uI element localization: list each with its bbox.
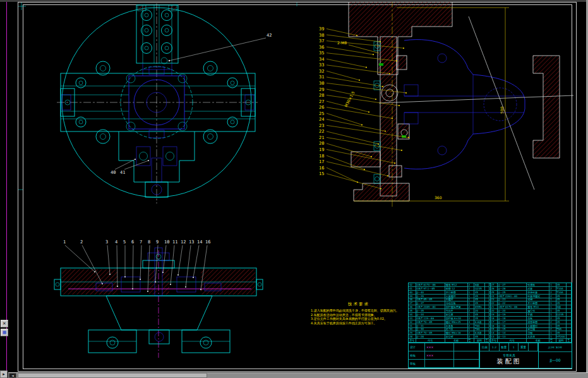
- scrollbar-thumb[interactable]: [18, 373, 207, 378]
- front-callout-number: 4: [115, 240, 117, 245]
- scroll-left-icon: ◄: [11, 374, 14, 377]
- horizontal-scrollbar[interactable]: ◄: [8, 372, 588, 378]
- side-callout-number: 39: [319, 27, 324, 32]
- sign-label: 审核: [409, 360, 425, 368]
- sign-date: [454, 360, 479, 368]
- callout-41: 41: [120, 170, 125, 175]
- plan-callouts: 40 41 42: [111, 33, 272, 175]
- side-callout-number: 36: [319, 45, 324, 50]
- side-callout-number: 35: [319, 51, 324, 56]
- notes-line: 3.定位元件工作面对夹具体底面的平行度公差为0.02。: [311, 317, 407, 321]
- sign-name: [425, 360, 454, 368]
- side-callout-number: 21: [319, 135, 324, 140]
- scrollbar-corner-button[interactable]: ▸: [0, 370, 8, 378]
- thumbnail-icon: ▦: [3, 330, 7, 335]
- side-callout-number: 29: [319, 87, 324, 92]
- technical-notes: 技术要求 1.进入装配的零件均必须清洗干净，不得有毛刺、切屑及油污。 2.装配后…: [311, 302, 407, 325]
- sign-name: ×××: [425, 351, 454, 360]
- bom-left-columns: 42GB/T 6170—86螺母 M1228级41GB/T 97.1—85垫圈 …: [409, 283, 491, 343]
- side-callout-number: 38: [319, 33, 324, 38]
- side-callout-number: 17: [319, 159, 324, 164]
- title-block: 设计 ××× 校核 ××× 审核 比例 1:2 数量 1 重量: [409, 343, 572, 368]
- cad-application-window: 40 41 42: [0, 0, 588, 378]
- side-callout-number: 25: [319, 111, 324, 116]
- front-callout-number: 5: [123, 240, 126, 245]
- docked-palette-thumbnail-button[interactable]: ▦: [1, 329, 8, 336]
- notes-line: 4.夹具安装于机床后须按工件找正后方可加工。: [311, 321, 407, 326]
- front-callout-number: 10: [164, 240, 169, 245]
- side-callout-number: 37: [319, 39, 324, 44]
- sign-date: [454, 351, 479, 360]
- front-callout-number: 7: [140, 240, 142, 245]
- front-callout-number: 9: [156, 240, 159, 245]
- side-callout-number: 22: [319, 129, 324, 134]
- front-callout-number: 16: [205, 240, 210, 245]
- title-block-center: 比例 1:2 数量 1 重量 专用夹具 装配图: [480, 343, 539, 368]
- sheet-count: 共1张 第1张: [539, 343, 572, 352]
- sign-name: ×××: [425, 343, 454, 351]
- notes-line: 1.进入装配的零件均必须清洗干净，不得有毛刺、切屑及油污。: [311, 308, 407, 313]
- dimension-vertical: 500: [500, 106, 504, 114]
- side-callout-number: 15: [319, 171, 324, 176]
- drawing-title-main: 装配图: [497, 357, 522, 366]
- scale-row: 比例 1:2 数量 1 重量: [480, 343, 538, 351]
- close-icon: ✕: [3, 321, 6, 326]
- notes-line: 2.装配后各活动件运动灵活，不得有卡滞现象。: [311, 313, 407, 317]
- qty-label: 数量: [500, 343, 509, 351]
- sign-date: [454, 343, 479, 351]
- front-section-view: 123456789101112131416: [54, 240, 263, 358]
- scale-label: 比例: [480, 343, 489, 351]
- side-callout-number: 16: [319, 166, 324, 171]
- front-callout-number: 14: [197, 240, 202, 245]
- side-section-view: 500 360 2-M8 M30×1.5 3938373635343332313…: [319, 0, 573, 209]
- front-callout-number: 2: [80, 240, 83, 245]
- sign-label: 设计: [409, 343, 425, 351]
- drawing-number: JJ—00: [539, 352, 572, 368]
- front-callout-number: 6: [131, 240, 134, 245]
- sign-label: 校核: [409, 351, 425, 360]
- side-callout-number: 31: [319, 75, 324, 80]
- side-callout-number: 23: [319, 123, 324, 128]
- side-callout-number: 24: [319, 117, 324, 122]
- side-callout-number: 20: [319, 141, 324, 146]
- front-callout-number: 3: [105, 240, 108, 245]
- dimension-horizontal: 360: [435, 195, 442, 200]
- callout-40: 40: [111, 170, 116, 175]
- docked-palette-close-button[interactable]: ✕: [1, 320, 8, 327]
- drawing-title: 专用夹具 装配图: [480, 351, 538, 368]
- side-callout-number: 27: [319, 99, 324, 104]
- weight-value: [529, 343, 538, 351]
- title-block-right: 共1张 第1张 JJ—00: [539, 343, 572, 368]
- side-callout-number: 33: [319, 63, 324, 68]
- front-callout-number: 1: [63, 240, 66, 245]
- callout-42: 42: [267, 33, 272, 38]
- parts-list-table: 42GB/T 6170—86螺母 M1228级41GB/T 97.1—85垫圈 …: [408, 283, 572, 369]
- side-callout-number: 28: [319, 93, 324, 98]
- plan-view: 40 41 42: [57, 3, 272, 204]
- side-callout-number: 26: [319, 105, 324, 110]
- side-callout-number: 34: [319, 57, 324, 62]
- side-callout-number: 32: [319, 69, 324, 74]
- weight-label: 重量: [519, 343, 528, 351]
- side-callout-number: 30: [319, 81, 324, 86]
- window-top-edge: [0, 0, 588, 2]
- qty-value: 1: [509, 343, 519, 351]
- front-callout-number: 8: [148, 240, 150, 245]
- front-callout-number: 13: [189, 240, 194, 245]
- front-callout-number: 11: [172, 240, 177, 245]
- scale-value: 1:2: [489, 343, 499, 351]
- notes-title: 技术要求: [311, 302, 407, 307]
- bom-parts-area: 42GB/T 6170—86螺母 M1228级41GB/T 97.1—85垫圈 …: [409, 283, 572, 343]
- scroll-left-button[interactable]: ◄: [9, 373, 16, 378]
- bom-right-columns: 27JJ—27钻模板14526JJ—26衬套2T10A25JJ—25快换钻套2T…: [491, 283, 572, 343]
- resize-icon: ▸: [3, 372, 5, 377]
- side-callout-number: 18: [319, 154, 324, 159]
- side-callout-number: 19: [319, 147, 324, 152]
- front-callout-number: 12: [181, 240, 186, 245]
- title-block-signatures: 设计 ××× 校核 ××× 审核: [409, 343, 480, 368]
